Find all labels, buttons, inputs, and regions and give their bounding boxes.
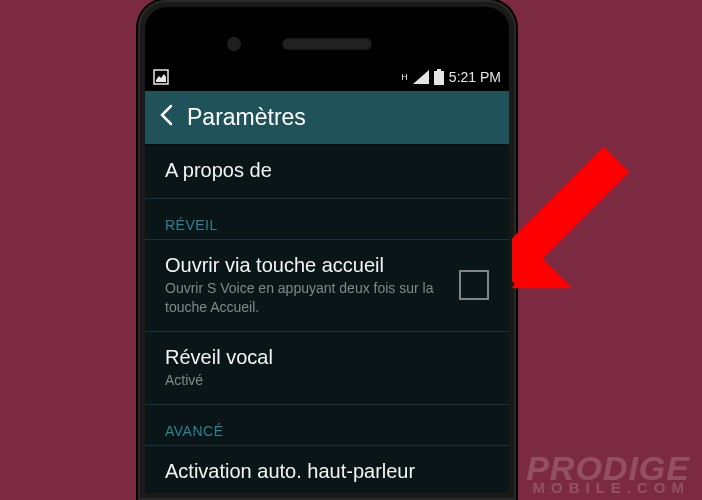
row-title: Ouvrir via touche accueil [165,254,447,277]
signal-icon [413,70,429,84]
section-header-reveil: RÉVEIL [145,199,509,240]
watermark: PRODIGE MOBILE.COM [526,455,690,494]
clock: 5:21 PM [449,69,501,85]
status-bar: H 5:21 PM [145,63,509,91]
screen: H 5:21 PM Paramètres A p [145,63,509,493]
settings-list: A propos de RÉVEIL Ouvrir via touche acc… [145,145,509,493]
row-voice-wake[interactable]: Réveil vocal Activé [145,332,509,405]
svg-rect-2 [437,69,441,71]
battery-icon [434,69,444,85]
watermark-sub: MOBILE.COM [526,482,690,494]
back-icon[interactable] [159,104,173,132]
row-about[interactable]: A propos de [145,145,509,199]
earpiece-speaker [282,38,372,50]
svg-marker-3 [512,253,572,288]
row-title: Activation auto. haut-parleur [165,460,489,483]
screenshot-icon [153,69,169,85]
row-title: Réveil vocal [165,346,489,369]
phone-inner: H 5:21 PM Paramètres A p [145,7,509,493]
checkbox-open-via-home[interactable] [459,270,489,300]
network-type-label: H [401,73,408,81]
proximity-sensor [227,37,241,51]
page-title: Paramètres [187,104,306,131]
row-auto-speaker[interactable]: Activation auto. haut-parleur [145,446,509,493]
row-title: A propos de [165,159,489,182]
section-header-advanced: AVANCÉ [145,405,509,446]
svg-rect-1 [434,71,444,85]
svg-rect-4 [512,147,629,286]
row-subtitle: Activé [165,371,489,390]
phone-top-bezel [145,7,509,63]
action-bar[interactable]: Paramètres [145,91,509,145]
row-open-via-home[interactable]: Ouvrir via touche accueil Ouvrir S Voice… [145,240,509,332]
annotation-arrow-icon [512,118,682,288]
phone-frame: H 5:21 PM Paramètres A p [138,0,516,500]
row-subtitle: Ouvrir S Voice en appuyant deux fois sur… [165,279,447,317]
